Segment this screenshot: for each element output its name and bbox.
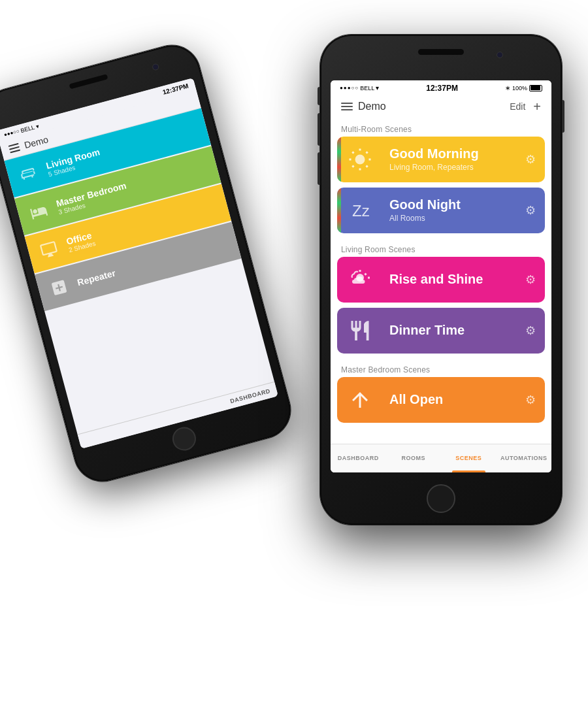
back-menu-icon[interactable] xyxy=(8,142,21,153)
svg-line-12 xyxy=(365,273,366,274)
scene-dinner-time[interactable]: Dinner Time ⚙ xyxy=(337,308,545,354)
front-camera xyxy=(497,52,503,58)
scene-name-rise-and-shine: Rise and Shine xyxy=(389,272,510,287)
front-speaker xyxy=(418,49,464,55)
scene-icon-area-sun xyxy=(337,137,383,182)
settings-icon-rise-and-shine[interactable]: ⚙ xyxy=(516,272,545,287)
front-phone-inner: ●●●○○ BELL ▾ 12:37PM ∗ 100% xyxy=(331,80,551,472)
scene-text-all-open: All Open xyxy=(383,387,516,412)
front-phone-screen: ●●●○○ BELL ▾ 12:37PM ∗ 100% xyxy=(331,80,551,472)
power-button[interactable] xyxy=(562,100,564,133)
front-status-left: ●●●○○ BELL ▾ xyxy=(340,84,379,91)
back-phone-screen: ●●●○○ BELL ▾ 12:37PM Demo xyxy=(0,78,278,449)
back-signal: ●●●○○ xyxy=(3,127,20,137)
front-nav-left: Demo xyxy=(341,101,386,112)
front-carrier: BELL xyxy=(360,85,374,91)
sleep-icon: Zz xyxy=(348,199,372,222)
scene-text-good-night: Good Night All Rooms xyxy=(383,192,516,228)
room-icon xyxy=(34,234,65,265)
bluetooth-icon: ∗ xyxy=(505,84,510,91)
front-time: 12:37PM xyxy=(379,84,505,93)
settings-icon-good-morning[interactable]: ⚙ xyxy=(516,152,545,167)
svg-line-4 xyxy=(367,165,368,167)
scene-icon-area-sleep: Zz xyxy=(337,188,383,233)
back-speaker xyxy=(69,74,108,89)
front-home-button[interactable] xyxy=(427,484,455,513)
scene-rise-and-shine[interactable]: Rise and Shine ⚙ xyxy=(337,257,545,303)
scene-name-good-night: Good Night xyxy=(389,197,510,212)
svg-point-0 xyxy=(355,154,365,164)
front-nav-bar: Demo Edit + xyxy=(331,95,551,118)
add-button[interactable]: + xyxy=(533,100,541,113)
sun-icon xyxy=(348,148,372,171)
volume-down-button[interactable] xyxy=(318,152,320,185)
battery-icon xyxy=(529,85,542,91)
sun-cloud-icon xyxy=(348,268,372,291)
tab-scenes[interactable]: SCENES xyxy=(441,444,497,472)
front-phone-shell: ●●●○○ BELL ▾ 12:37PM ∗ 100% xyxy=(320,35,562,525)
hamburger-menu-icon[interactable] xyxy=(341,103,353,110)
scene-good-morning[interactable]: Good Morning Living Room, Repeaters ⚙ xyxy=(337,137,545,182)
tab-automations[interactable]: AUTOMATIONS xyxy=(497,444,552,472)
room-icon xyxy=(24,197,54,227)
room-info: Office 2 Shades xyxy=(65,229,97,253)
room-info: Living Room 5 Shades xyxy=(44,146,103,177)
section-header-living-room: Living Room Scenes xyxy=(331,239,551,257)
front-phone: ●●●○○ BELL ▾ 12:37PM ∗ 100% xyxy=(320,35,562,525)
svg-line-3 xyxy=(352,152,353,153)
volume-up-button[interactable] xyxy=(318,113,320,146)
front-status-right: ∗ 100% xyxy=(505,84,542,91)
front-status-bar: ●●●○○ BELL ▾ 12:37PM ∗ 100% xyxy=(331,80,551,95)
back-carrier: BELL xyxy=(20,124,35,133)
front-signal-dots: ●●●○○ xyxy=(340,85,359,91)
svg-text:Zz: Zz xyxy=(352,202,370,220)
fork-knife-icon xyxy=(348,319,372,342)
mute-button[interactable] xyxy=(318,87,320,105)
back-phone: ●●●○○ BELL ▾ 12:37PM Demo xyxy=(0,39,297,487)
scene-sub-good-night: All Rooms xyxy=(389,214,510,223)
tab-dashboard[interactable]: DASHBOARD xyxy=(331,444,386,472)
front-nav-title: Demo xyxy=(358,101,386,112)
front-tab-bar: DASHBOARD ROOMS SCENES AUTOMATIONS xyxy=(331,444,551,472)
edit-button[interactable]: Edit xyxy=(510,101,525,112)
front-nav-right: Edit + xyxy=(510,100,541,113)
settings-icon-dinner-time[interactable]: ⚙ xyxy=(516,323,545,338)
battery-percent: 100% xyxy=(512,85,527,91)
scene-text-dinner-time: Dinner Time xyxy=(383,318,516,343)
room-info: Master Bedroom 3 Shades xyxy=(55,180,129,216)
scene-icon-area-arrow-up xyxy=(337,377,383,423)
back-wifi-icon: ▾ xyxy=(35,122,39,129)
scene-name-dinner-time: Dinner Time xyxy=(389,323,510,338)
scene-all-open[interactable]: All Open ⚙ xyxy=(337,377,545,423)
section-header-multi-room: Multi-Room Scenes xyxy=(331,118,551,137)
room-name: Repeater xyxy=(76,267,116,288)
tab-automations-label: AUTOMATIONS xyxy=(500,455,547,461)
scene-good-night[interactable]: Zz Good Night All Rooms ⚙ xyxy=(337,188,545,233)
tab-rooms[interactable]: ROOMS xyxy=(386,444,442,472)
back-phone-shell: ●●●○○ BELL ▾ 12:37PM Demo xyxy=(0,39,297,487)
scene-text-good-morning: Good Morning Living Room, Repeaters xyxy=(383,141,516,177)
tab-dashboard-label: DASHBOARD xyxy=(338,455,379,461)
front-scroll-area: Multi-Room Scenes xyxy=(331,118,551,472)
arrow-up-icon xyxy=(348,388,372,412)
scene-name-all-open: All Open xyxy=(389,392,510,407)
section-header-master-bedroom: Master Bedroom Scenes xyxy=(331,359,551,377)
scene-text-rise-and-shine: Rise and Shine xyxy=(383,267,516,292)
settings-icon-good-night[interactable]: ⚙ xyxy=(516,203,545,218)
tab-rooms-label: ROOMS xyxy=(401,455,425,461)
settings-icon-all-open[interactable]: ⚙ xyxy=(516,393,545,407)
scene-icon-area-fork-knife xyxy=(337,308,383,354)
back-nav-title: Demo xyxy=(23,134,49,150)
scene-icon-area-sun-cloud xyxy=(337,257,383,303)
svg-line-7 xyxy=(352,165,353,167)
back-camera xyxy=(152,63,159,71)
scene-name-good-morning: Good Morning xyxy=(389,146,510,161)
svg-line-8 xyxy=(367,152,368,153)
room-icon xyxy=(44,272,74,303)
back-home-button[interactable] xyxy=(170,424,199,453)
scene-sub-good-morning: Living Room, Repeaters xyxy=(389,163,510,172)
room-icon xyxy=(14,159,44,190)
room-info: Repeater xyxy=(76,267,116,288)
back-tab-label: DASHBOARD xyxy=(229,387,270,404)
tab-scenes-label: SCENES xyxy=(455,455,482,461)
